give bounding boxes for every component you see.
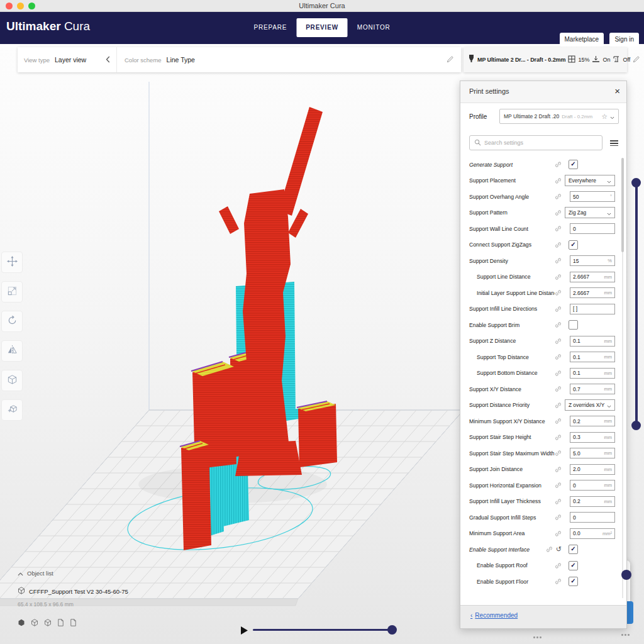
mirror-tool-icon <box>7 345 18 358</box>
recommended-link[interactable]: ‹Recommended <box>470 612 518 619</box>
marketplace-button[interactable]: Marketplace <box>560 33 604 47</box>
color-scheme-section[interactable]: Color scheme Line Type <box>117 47 461 72</box>
color-scheme-value: Line Type <box>167 56 195 64</box>
object-list-toggle[interactable]: Object list <box>27 570 53 577</box>
profile-dropdown[interactable]: MP Ultimate 2 Draft .20 Draft - 0.2mm ☆ <box>499 109 619 124</box>
mirror-tool-button[interactable] <box>1 340 23 362</box>
adhesion-value: On <box>602 57 610 63</box>
setting-value: 2.6667 <box>573 274 604 280</box>
playback-slider-track[interactable] <box>253 629 396 631</box>
setting-select[interactable]: Z overrides X/Y <box>565 399 615 411</box>
setting-unit: mm <box>604 435 613 440</box>
play-icon[interactable] <box>240 626 248 635</box>
setting-checkbox[interactable]: ✓ <box>569 160 578 169</box>
print-setup-summary[interactable]: MP Ultimate 2 Dr... - Draft - 0.2mm 15% … <box>464 47 627 72</box>
setting-label: Support Line Distance <box>469 274 555 280</box>
outline-cube-icon[interactable] <box>31 618 38 629</box>
extruder-icon <box>468 54 475 65</box>
action-panel-toggle[interactable] <box>621 570 631 580</box>
close-icon[interactable]: × <box>614 86 620 97</box>
close-icon[interactable] <box>6 3 13 9</box>
object-name[interactable]: CFFFP_Support Test V2 30-45-60-75 <box>29 588 128 595</box>
setting-checkbox[interactable]: ✓ <box>569 545 578 554</box>
setting-input[interactable]: 0.0mm² <box>570 528 615 539</box>
setting-label: Support Overhang Angle <box>469 194 555 200</box>
setting-row: Support Z Distance0.1mm <box>469 333 615 350</box>
setting-input[interactable]: 0.2mm <box>570 416 615 426</box>
collapse-up-icon[interactable] <box>18 567 23 579</box>
tab-preview[interactable]: PREVIEW <box>296 18 348 37</box>
setting-input[interactable]: 0.3mm <box>570 432 615 443</box>
setting-label: Support Pattern <box>469 209 555 216</box>
setting-checkbox[interactable]: ✓ <box>569 561 578 570</box>
setting-value: 15 <box>573 258 608 264</box>
profile-summary-text: MP Ultimate 2 Dr... - Draft - 0.2mm <box>477 57 565 63</box>
setting-unit: mm <box>604 450 613 456</box>
setting-input[interactable]: 0.1mm <box>570 352 615 362</box>
setting-input[interactable]: 2.0mm <box>570 464 615 475</box>
setting-label: Enable Support Roof <box>469 562 555 569</box>
view-type-section[interactable]: View type Layer view <box>18 47 117 72</box>
setting-input[interactable]: 50° <box>570 191 615 202</box>
layer-slider-track[interactable] <box>635 183 638 425</box>
setting-input[interactable]: 15% <box>570 255 615 266</box>
setting-input[interactable]: 0.1mm <box>570 336 615 347</box>
setting-input[interactable]: 0.7mm <box>570 384 615 394</box>
link-icon <box>555 274 562 280</box>
tab-prepare[interactable]: PREPARE <box>244 18 296 37</box>
move-tool-button[interactable] <box>1 252 23 273</box>
edit-pencil-icon[interactable] <box>633 54 640 65</box>
outline-cube-icon[interactable] <box>44 618 52 629</box>
setting-input[interactable]: 2.6667mm <box>570 272 615 282</box>
setting-input[interactable]: 5.0mm <box>570 448 615 458</box>
setting-input[interactable]: 0.2mm <box>570 496 615 507</box>
menu-icon[interactable] <box>610 139 618 148</box>
setting-select[interactable]: Zig Zag <box>565 207 615 218</box>
layer-slider-top-handle[interactable] <box>631 178 641 187</box>
per-model-settings-tool-button[interactable] <box>1 370 23 391</box>
setting-checkbox[interactable]: ✓ <box>569 577 578 586</box>
tab-monitor[interactable]: MONITOR <box>348 18 400 37</box>
setting-checkbox[interactable]: ✓ <box>569 240 578 250</box>
setting-checkbox[interactable] <box>569 320 578 330</box>
rotate-tool-button[interactable] <box>1 311 23 332</box>
setting-value: 0 <box>573 226 612 232</box>
setting-label: Support Infill Line Directions <box>469 306 555 312</box>
setting-input[interactable]: 0.1mm <box>570 368 615 379</box>
setting-input[interactable]: 0 <box>570 223 615 234</box>
setting-input[interactable]: 2.6667mm <box>570 287 615 298</box>
titlebar: Ultimaker Cura <box>0 0 644 12</box>
resize-grip-dots[interactable] <box>621 634 630 636</box>
link-icon <box>555 466 562 473</box>
setting-value: Everywhere <box>569 177 607 184</box>
scale-tool-button[interactable] <box>1 281 23 303</box>
signin-button[interactable]: Sign in <box>609 33 639 47</box>
minimize-icon[interactable] <box>17 3 24 9</box>
layer-slider-bottom-handle[interactable] <box>631 421 641 430</box>
support-blocker-tool-button[interactable] <box>1 399 23 421</box>
playback-slider-handle[interactable] <box>387 625 397 635</box>
setting-unit: mm <box>604 418 613 424</box>
link-icon <box>555 514 562 521</box>
star-icon[interactable]: ☆ <box>601 113 608 120</box>
link-icon <box>555 321 562 328</box>
setting-value: 5.0 <box>573 450 604 457</box>
setting-select[interactable]: Everywhere <box>565 175 615 186</box>
setting-input[interactable]: 0mm <box>570 480 615 491</box>
setting-row: Support Bottom Distance0.1mm <box>469 365 615 382</box>
solid-cube-icon[interactable] <box>18 618 25 629</box>
color-scheme-label: Color scheme <box>125 57 162 64</box>
search-input[interactable]: Search settings <box>469 135 602 150</box>
document-icon[interactable] <box>57 618 64 629</box>
setting-unit: mm <box>604 338 613 344</box>
revert-icon[interactable]: ↺ <box>556 546 562 553</box>
panel-scrollbar-thumb[interactable] <box>621 158 624 252</box>
zoom-icon[interactable] <box>28 3 35 9</box>
edit-pencil-icon[interactable] <box>447 54 453 65</box>
setting-input[interactable]: 0 <box>570 512 615 523</box>
document-icon[interactable] <box>70 618 77 629</box>
collapse-left-icon[interactable] <box>106 54 110 65</box>
setting-input[interactable]: [ ] <box>570 304 615 314</box>
adhesion-icon <box>592 54 600 65</box>
resize-grip-dots[interactable] <box>533 636 541 638</box>
